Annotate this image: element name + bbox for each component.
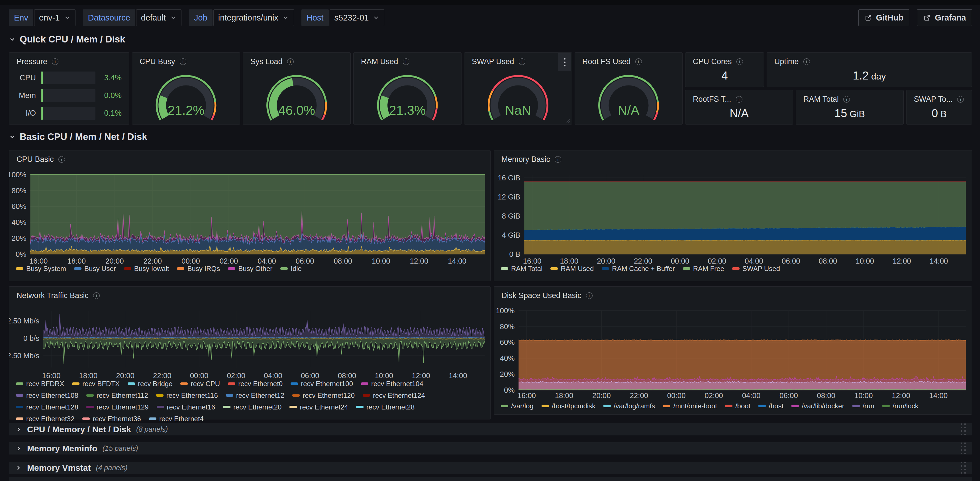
legend-item[interactable]: SWAP Used [732,263,780,274]
legend-item[interactable]: RAM Free [683,263,724,274]
info-icon[interactable]: i [287,59,294,65]
panel-title[interactable]: Root FS Usedi [582,57,642,66]
legend-item[interactable]: recv Ethernet4 [149,413,204,425]
legend-item[interactable]: recv Ethernet20 [223,401,282,413]
info-icon[interactable]: i [93,292,100,299]
panel-title[interactable]: CPU Busyi [140,57,186,66]
info-icon[interactable]: i [555,156,561,163]
legend-item[interactable]: recv Ethernet128 [16,401,78,413]
panel-title[interactable]: Disk Space Used Basici [501,291,593,300]
panel-title-text: RAM Used [361,57,398,66]
panel-title[interactable]: CPU Basici [16,155,65,164]
memory-basic-chart[interactable]: 0 B4 GiB8 GiB12 GiB16 GiB16:0018:0020:00… [494,150,972,281]
row-cpu-memory-net-disk[interactable]: CPU / Memory / Net / Disk (8 panels) [9,423,972,435]
panel-title[interactable]: SWAP Usedi [472,57,525,66]
cpu-basic-chart[interactable]: 0%20%40%60%80%100%16:0018:0020:0022:0000… [9,150,490,281]
info-icon[interactable]: i [803,59,810,65]
legend-item[interactable]: recv Ethernet16 [157,401,215,413]
legend-item[interactable]: Idle [280,263,302,274]
disk-space-chart[interactable]: 0%20%40%60%80%100%16:0018:0020:0022:0000… [494,287,972,414]
svg-text:20%: 20% [500,370,515,378]
panel-title[interactable]: Uptimei [774,57,810,66]
info-icon[interactable]: i [52,59,59,65]
panel-title[interactable]: Sys Loadi [250,57,294,66]
row-memory-meminfo[interactable]: Memory Meminfo (15 panels) [9,442,972,454]
legend-item[interactable]: recv Ethernet12 [226,390,284,401]
row-partial-next[interactable] [9,477,972,481]
panel-title[interactable]: Pressure i [16,57,59,66]
variable-datasource: Datasource default [83,10,181,26]
panel-title[interactable]: RootFS T...i [693,95,742,104]
panel-title-text: CPU Cores [693,57,732,66]
svg-text:21.3%: 21.3% [389,103,426,118]
legend-item[interactable]: /mnt/onie-boot [663,400,717,412]
row-header-quick-cpu-mem-disk[interactable]: Quick CPU / Mem / Disk [9,33,125,45]
legend-item[interactable]: recv Ethernet100 [291,378,353,390]
variable-datasource-value: default [141,13,166,22]
legend-item[interactable]: Busy System [16,263,66,274]
legend-item[interactable]: Busy Other [228,263,272,274]
legend-item[interactable]: /host/tpcmdisk [542,400,595,412]
legend-item[interactable]: recv Ethernet112 [86,390,148,401]
info-icon[interactable]: i [957,96,964,103]
legend-item[interactable]: RAM Cache + Buffer [602,263,675,274]
variable-env-select[interactable]: env-1 [34,10,75,26]
variable-host-select[interactable]: s5232-01 [329,10,385,26]
info-icon[interactable]: i [59,156,65,163]
info-icon[interactable]: i [180,59,186,65]
legend-item[interactable]: recv Ethernet108 [16,390,78,401]
legend-item[interactable]: recv Ethernet104 [361,378,423,390]
variable-job-select[interactable]: integrations/unix [213,10,294,26]
panel-title[interactable]: RAM Usedi [361,57,409,66]
legend-item[interactable]: recv Ethernet120 [292,390,355,401]
legend-item[interactable]: recv BFDTX [72,378,120,390]
panel-title[interactable]: SWAP To...i [914,95,964,104]
legend-item[interactable]: RAM Total [501,263,542,274]
panel-title[interactable]: RAM Totali [803,95,850,104]
legend-item[interactable]: /boot [725,400,750,412]
legend-item[interactable]: recv Bridge [127,378,172,390]
panel-title[interactable]: CPU Coresi [693,57,743,66]
legend-item[interactable]: recv BFDRX [16,378,64,390]
legend-item[interactable]: recv Ethernet124 [363,390,425,401]
chevron-down-icon [282,14,289,21]
row-header-basic-cpu-mem-net-disk[interactable]: Basic CPU / Mem / Net / Disk [9,131,147,142]
window-top-strip [0,0,980,5]
info-icon[interactable]: i [635,59,642,65]
info-icon[interactable]: i [843,96,850,103]
legend-item[interactable]: recv Ethernet32 [16,413,74,425]
legend-item[interactable]: recv Ethernet28 [356,401,415,413]
legend-item[interactable]: Busy Iowait [124,263,169,274]
legend-item[interactable]: recv Ethernet0 [228,378,283,390]
variable-datasource-select[interactable]: default [136,10,181,26]
legend-item[interactable]: recv Ethernet24 [290,401,348,413]
legend-item[interactable]: RAM Used [550,263,594,274]
legend-item[interactable]: /host [758,400,783,412]
panel-title[interactable]: Memory Basici [501,155,561,164]
legend-item[interactable]: /var/lib/docker [791,400,844,412]
legend-item[interactable]: /run [853,400,874,412]
legend-item[interactable]: Busy IRQs [177,263,220,274]
info-icon[interactable]: i [736,96,742,103]
grafana-link-button[interactable]: Grafana [917,10,972,26]
legend-item[interactable]: recv Ethernet116 [156,390,218,401]
info-icon[interactable]: i [519,59,525,65]
info-icon[interactable]: i [403,59,409,65]
legend-item[interactable]: recv Ethernet129 [86,401,149,413]
row-memory-vmstat[interactable]: Memory Vmstat (4 panels) [9,462,972,474]
info-icon[interactable]: i [737,59,743,65]
row-drag-handle[interactable] [961,424,966,435]
panel-title[interactable]: Network Traffic Basici [16,291,100,300]
legend-item[interactable]: /var/log/ramfs [603,400,655,412]
legend-item[interactable]: /run/lock [882,400,918,412]
legend-item[interactable]: recv CPU [180,378,220,390]
github-link-button[interactable]: GitHub [858,10,910,26]
panel-resize-handle[interactable] [566,119,570,123]
row-drag-handle[interactable] [961,443,966,454]
info-icon[interactable]: i [586,292,593,299]
legend-item[interactable]: Busy User [74,263,116,274]
row-drag-handle[interactable] [961,462,966,474]
panel-disk-space-used-basic: Disk Space Used Basici 0%20%40%60%80%100… [494,287,972,415]
legend-item[interactable]: recv Ethernet36 [82,413,141,425]
legend-item[interactable]: /var/log [501,400,534,412]
